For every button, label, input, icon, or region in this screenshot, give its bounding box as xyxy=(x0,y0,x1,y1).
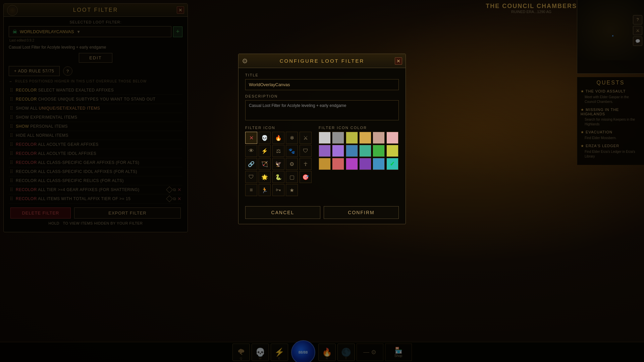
color-cell-15[interactable] xyxy=(359,158,371,170)
color-cell-2[interactable] xyxy=(346,132,358,144)
filter-icon-label: FILTER ICON xyxy=(245,126,312,130)
configure-modal: ⚙ CONFIGURE LOOT FILTER ✕ TITLE DESCRIPT… xyxy=(238,54,406,224)
filter-icon-color-label: FILTER ICON COLOR xyxy=(319,126,399,130)
icon-cell-sword[interactable]: ⚔ xyxy=(300,132,312,144)
icon-cell-bow[interactable]: 🏹 xyxy=(259,158,271,170)
modal-title: CONFIGURE LOOT FILTER xyxy=(280,58,364,64)
confirm-btn[interactable]: CONFIRM xyxy=(324,206,399,219)
icon-cell-x[interactable]: ✕ xyxy=(245,132,257,144)
color-cell-8[interactable] xyxy=(346,145,358,157)
icon-cell-star2[interactable]: 🌟 xyxy=(259,171,271,183)
color-cell-5[interactable] xyxy=(386,132,398,144)
icon-cell-shield1[interactable]: 🛡 xyxy=(300,145,312,157)
color-cell-16[interactable] xyxy=(373,158,385,170)
description-label: DESCRIPTION xyxy=(245,94,399,98)
cancel-btn[interactable]: CANCEL xyxy=(245,206,320,219)
icon-cell-shield2[interactable]: 🛡 xyxy=(245,171,257,183)
modal-header: ⚙ CONFIGURE LOOT FILTER ✕ xyxy=(238,54,406,68)
icon-grid: ✕ 💀 🔥 ❄ ⚔ 👁 ⚡ ⚖ 🐾 🛡 🔗 🏹 🦅 ⚙ xyxy=(245,132,312,196)
icon-cell-snake[interactable]: 🐍 xyxy=(272,171,284,183)
icon-section: FILTER ICON ✕ 💀 🔥 ❄ ⚔ 👁 ⚡ ⚖ 🐾 🛡 🔗 🏹 xyxy=(245,126,399,196)
icon-cell-runner[interactable]: 🏃 xyxy=(259,184,271,196)
description-textarea[interactable]: Casual Loot Filter for Acolyte leveling … xyxy=(245,100,399,120)
icon-cell-eye[interactable]: 👁 xyxy=(245,145,257,157)
icon-cell-chain[interactable]: 🔗 xyxy=(245,158,257,170)
color-cell-10[interactable] xyxy=(373,145,385,157)
title-label: TITLE xyxy=(245,73,399,77)
icon-cell-snowflake[interactable]: ❄ xyxy=(286,132,298,144)
color-cell-13[interactable] xyxy=(332,158,344,170)
icon-grid-section: FILTER ICON ✕ 💀 🔥 ❄ ⚔ 👁 ⚡ ⚖ 🐾 🛡 🔗 🏹 xyxy=(245,126,312,196)
color-cell-17-selected[interactable]: ✓ xyxy=(386,158,398,170)
color-cell-0[interactable] xyxy=(319,132,331,144)
color-cell-12[interactable] xyxy=(319,158,331,170)
icon-cell-square[interactable]: ▢ xyxy=(286,171,298,183)
color-cell-3[interactable] xyxy=(359,132,371,144)
modal-footer: CANCEL CONFIRM xyxy=(238,206,406,224)
color-cell-14[interactable] xyxy=(346,158,358,170)
modal-body: TITLE DESCRIPTION Casual Loot Filter for… xyxy=(238,68,406,206)
icon-cell-scale[interactable]: ⚖ xyxy=(272,145,284,157)
modal-header-icon: ⚙ xyxy=(242,57,248,65)
color-grid: ✓ xyxy=(319,132,399,170)
icon-cell-paw[interactable]: 🐾 xyxy=(286,145,298,157)
icon-cell-lightning[interactable]: ⚡ xyxy=(259,145,271,157)
color-cell-9[interactable] xyxy=(359,145,371,157)
icon-cell-key[interactable]: 🗝 xyxy=(272,184,284,196)
modal-overlay: ⚙ CONFIGURE LOOT FILTER ✕ TITLE DESCRIPT… xyxy=(0,0,644,362)
color-grid-section: FILTER ICON COLOR xyxy=(319,126,399,196)
color-cell-1[interactable] xyxy=(332,132,344,144)
icon-cell-fire[interactable]: 🔥 xyxy=(272,132,284,144)
icon-cell-skull[interactable]: 💀 xyxy=(259,132,271,144)
color-cell-6[interactable] xyxy=(319,145,331,157)
title-input[interactable] xyxy=(245,79,399,90)
icon-cell-target[interactable]: 🎯 xyxy=(300,171,312,183)
icon-cell-lines[interactable]: ≡ xyxy=(245,184,257,196)
color-cell-7[interactable] xyxy=(332,145,344,157)
icon-cell-star3[interactable]: ★ xyxy=(286,184,298,196)
color-cell-11[interactable] xyxy=(386,145,398,157)
icon-cell-ankh[interactable]: ☥ xyxy=(300,158,312,170)
icon-cell-eagle[interactable]: 🦅 xyxy=(272,158,284,170)
modal-close-btn[interactable]: ✕ xyxy=(395,57,402,65)
color-cell-4[interactable] xyxy=(373,132,385,144)
icon-cell-gear[interactable]: ⚙ xyxy=(286,158,298,170)
